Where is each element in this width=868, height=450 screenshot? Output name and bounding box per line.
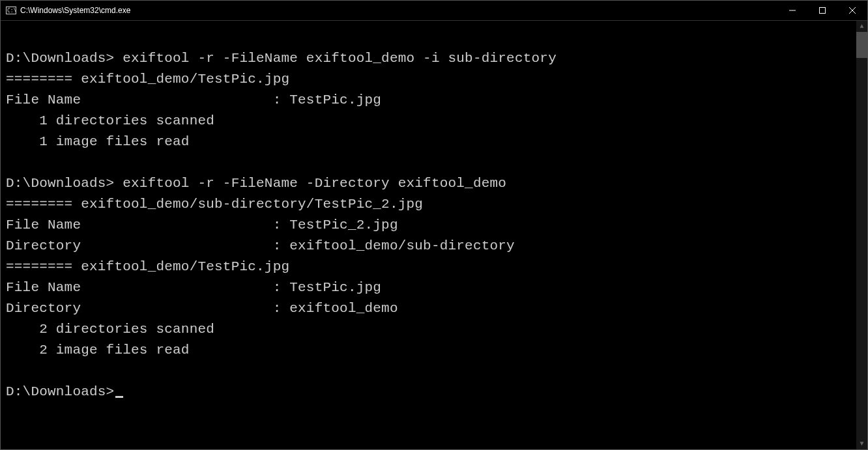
scroll-up-arrow[interactable]: ▲ <box>856 21 867 32</box>
cursor <box>115 396 123 398</box>
window-title: C:\Windows\System32\cmd.exe <box>20 6 130 15</box>
scroll-down-arrow[interactable]: ▼ <box>856 438 867 449</box>
client-area: D:\Downloads> exiftool -r -FileName exif… <box>1 21 867 449</box>
scroll-thumb[interactable] <box>856 32 867 58</box>
titlebar[interactable]: C:\ C:\Windows\System32\cmd.exe <box>1 1 867 21</box>
cmd-icon: C:\ <box>6 5 16 16</box>
svg-text:C:\: C:\ <box>7 8 16 14</box>
terminal-output[interactable]: D:\Downloads> exiftool -r -FileName exif… <box>1 21 856 449</box>
svg-rect-3 <box>820 8 826 14</box>
cmd-window: C:\ C:\Windows\System32\cmd.exe D:\Downl… <box>0 0 868 450</box>
minimize-button[interactable] <box>777 1 807 20</box>
maximize-button[interactable] <box>807 1 837 20</box>
close-button[interactable] <box>837 1 867 20</box>
vertical-scrollbar[interactable]: ▲ ▼ <box>856 21 867 449</box>
